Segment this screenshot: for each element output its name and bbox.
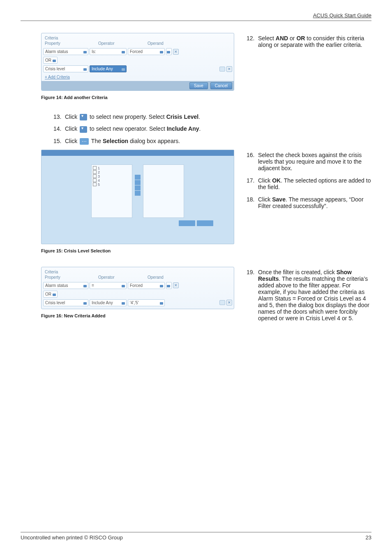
checkbox-icon[interactable] xyxy=(93,170,97,174)
figure-caption: Figure 15: Crisis Level Selection xyxy=(41,248,234,253)
opd2-field[interactable]: '4','5' xyxy=(128,299,165,306)
move-right-icon[interactable] xyxy=(135,175,141,180)
move-all-right-icon[interactable] xyxy=(135,180,141,185)
step-text: Click to select new operator. Select Inc… xyxy=(65,125,371,132)
step-number: 16. xyxy=(247,152,258,171)
andor-dropdown[interactable]: OR xyxy=(43,291,58,298)
step-text: Click Save. The message appears, “Door F… xyxy=(258,196,371,209)
criteria-title: Criteria xyxy=(43,35,232,40)
step-text: Once the filter is created, click Show R… xyxy=(258,269,371,321)
step-text: Click OK. The selected options are added… xyxy=(258,177,371,190)
op-header: Operator xyxy=(98,275,148,280)
step-number: 18. xyxy=(247,196,258,209)
step-text: Click The Selection dialog box appears. xyxy=(65,138,371,145)
step-text: Select the check boxes against the crisi… xyxy=(258,152,371,171)
expand-icon[interactable] xyxy=(219,300,225,305)
step-number: 17. xyxy=(247,177,258,190)
op-dropdown[interactable]: = xyxy=(90,282,127,289)
opd-header: Operand xyxy=(148,275,231,280)
opd-header: Operand xyxy=(148,41,231,46)
close-icon[interactable]: ✕ xyxy=(226,66,232,72)
prop2-dropdown[interactable]: Crisis level xyxy=(43,65,88,72)
andor-dropdown[interactable]: OR xyxy=(43,57,58,64)
opd-arrow[interactable] xyxy=(166,48,172,55)
figure-caption: Figure 16: New Criteria Added xyxy=(41,313,234,318)
header-rule xyxy=(21,21,371,21)
move-left-icon[interactable] xyxy=(135,185,141,190)
prop-header: Property xyxy=(45,275,98,280)
fig15-screenshot: 1 2 3 4 5 xyxy=(41,150,234,244)
fig14-screenshot: Criteria Property Operator Operand Alarm… xyxy=(41,33,234,91)
checkbox-icon[interactable] xyxy=(93,166,97,170)
step-number: 13. xyxy=(53,113,65,120)
op-dropdown[interactable]: Is: xyxy=(90,48,127,55)
opd-dropdown[interactable]: Forced xyxy=(128,48,165,55)
ellipsis-icon xyxy=(80,138,89,145)
close-icon[interactable]: ✕ xyxy=(173,49,179,55)
op-header: Operator xyxy=(98,41,148,46)
ok-button[interactable] xyxy=(179,220,195,226)
footer-rule xyxy=(21,532,371,532)
step-number: 19. xyxy=(247,269,258,321)
dropdown-arrow-icon xyxy=(80,114,87,120)
prop-dropdown[interactable]: Alarm status xyxy=(43,48,88,55)
op2-dropdown[interactable]: Include Any xyxy=(90,299,127,306)
prop2-dropdown[interactable]: Crisis level xyxy=(43,299,88,306)
step-number: 14. xyxy=(53,125,65,132)
prop-dropdown[interactable]: Alarm status xyxy=(43,282,88,289)
criteria-title: Criteria xyxy=(43,269,232,274)
dropdown-arrow-icon xyxy=(80,126,87,133)
opd-dropdown[interactable]: Forced xyxy=(128,282,165,289)
source-list[interactable]: 1 2 3 4 5 xyxy=(91,164,132,218)
expand-icon[interactable] xyxy=(219,67,225,72)
step-number: 15. xyxy=(53,138,65,145)
fig16-screenshot: Criteria Property Operator Operand Alarm… xyxy=(41,267,234,309)
prop-header: Property xyxy=(45,41,98,46)
opd-arrow[interactable] xyxy=(166,282,172,289)
step-text: Click to select new property. Select Cri… xyxy=(65,113,371,120)
close-icon[interactable]: ✕ xyxy=(226,300,232,305)
cancel-button[interactable] xyxy=(197,220,213,226)
page-title: ACUS Quick Start Guide xyxy=(313,12,371,18)
op2-dropdown[interactable]: Include Any xyxy=(90,65,127,72)
move-all-left-icon[interactable] xyxy=(135,191,141,196)
save-button[interactable]: Save xyxy=(189,82,208,89)
cancel-button[interactable]: Cancel xyxy=(210,82,232,89)
checkbox-icon[interactable] xyxy=(93,174,97,178)
target-list[interactable] xyxy=(143,164,184,218)
page-number: 23 xyxy=(366,534,371,541)
footer-left: Uncontrolled when printed © RISCO Group xyxy=(21,534,123,541)
selection-header xyxy=(42,150,234,156)
checkbox-icon[interactable] xyxy=(93,183,97,186)
step-number: 12. xyxy=(247,35,258,48)
checkbox-icon[interactable] xyxy=(93,178,97,182)
close-icon[interactable]: ✕ xyxy=(173,282,179,288)
add-criteria-link[interactable]: + Add Criteria xyxy=(43,73,232,81)
figure-caption: Figure 14: Add another Criteria xyxy=(41,95,234,100)
step-text: Select AND or OR to consider this criter… xyxy=(258,35,371,48)
